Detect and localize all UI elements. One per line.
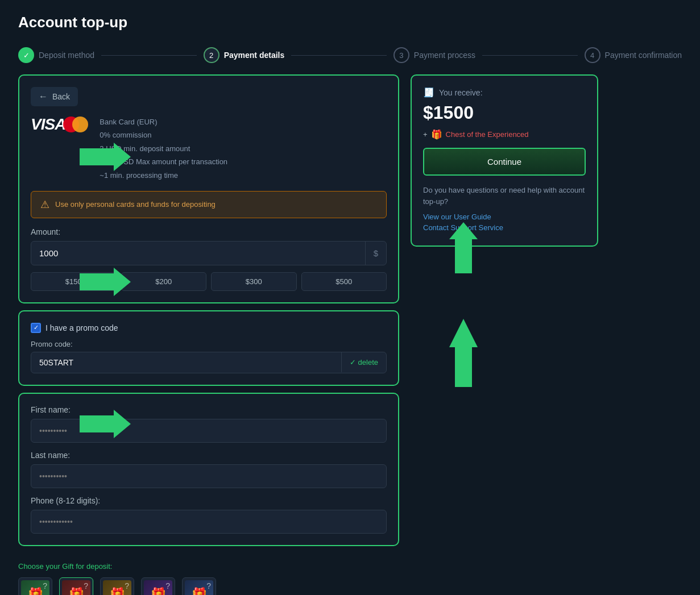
max-amount-text: 1095 USD Max amount per transaction	[100, 155, 227, 168]
commission-text: 0% commission	[100, 128, 227, 142]
back-label: Back	[52, 92, 70, 101]
amount-input[interactable]	[31, 242, 365, 265]
promo-label: I have a promo code	[45, 323, 118, 332]
gift-item-3[interactable]: 🎁?	[100, 577, 134, 595]
gift-icon-gold: 🎁?	[103, 580, 131, 595]
step-2-circle: 2	[204, 47, 219, 63]
method-name: Bank Card (EUR)	[100, 115, 227, 128]
continue-button[interactable]: Continue	[423, 148, 586, 176]
first-name-input[interactable]	[31, 419, 387, 443]
delete-promo-button[interactable]: ✓ delete	[341, 352, 386, 372]
gift-section: Choose your Gift for deposit: 🎁? 🎁?	[18, 553, 399, 595]
support-link[interactable]: Contact Support Service	[423, 223, 586, 232]
bonus-prefix: +	[423, 130, 428, 139]
bonus-name: Chest of the Experienced	[446, 130, 529, 139]
right-panel: 🧾 You receive: $1500 + 🎁 Chest of the Ex…	[411, 74, 598, 247]
gift-icon-purple: 🎁?	[144, 580, 172, 595]
gift-icon-red: 🎁?	[62, 580, 90, 595]
step-1: ✓ Deposit method	[18, 47, 94, 63]
card-logos: VISA	[31, 115, 88, 134]
amount-input-row: $	[31, 241, 387, 265]
preset-500[interactable]: $500	[301, 272, 387, 291]
gift-icon-green: 🎁?	[21, 580, 49, 595]
preset-200[interactable]: $200	[121, 272, 207, 291]
gift-items: 🎁? 🎁? 🎁? 🎁?	[18, 577, 399, 595]
min-deposit-text: 2 USD min. deposit amount	[100, 142, 227, 155]
step-2: 2 Payment details	[204, 47, 285, 63]
first-name-label: First name:	[31, 405, 387, 414]
help-text: Do you have questions or need help with …	[423, 185, 586, 207]
processing-text: ~1 min. processing time	[100, 169, 227, 182]
promo-header: ✓ I have a promo code	[31, 323, 387, 333]
last-name-label: Last name:	[31, 451, 387, 460]
mastercard-logo	[63, 116, 88, 132]
warning-icon: ⚠	[40, 198, 49, 211]
last-name-field: Last name:	[31, 451, 387, 488]
gift-item-1[interactable]: 🎁?	[18, 577, 52, 595]
step-line-3	[482, 55, 578, 56]
payment-text-block: Bank Card (EUR) 0% commission 2 USD min.…	[100, 115, 227, 182]
gift-choose-label: Choose your Gift for deposit:	[18, 562, 399, 571]
page-header: Account top-up	[0, 0, 700, 40]
bonus-row: + 🎁 Chest of the Experienced	[423, 129, 586, 140]
amount-field: Amount: $ $150 $200 $300 $500	[31, 227, 387, 291]
step-4: 4 Payment confirmation	[585, 47, 682, 63]
promo-input-row: ✓ delete	[31, 352, 387, 373]
step-3: 3 Payment process	[394, 47, 475, 63]
promo-input[interactable]	[31, 352, 341, 373]
preset-300[interactable]: $300	[211, 272, 297, 291]
payment-card-section: ← Back VISA Bank Card (EUR) 0% commissio…	[18, 74, 399, 303]
user-guide-link[interactable]: View our User Guide	[423, 213, 586, 221]
back-arrow-icon: ←	[39, 91, 48, 102]
back-button[interactable]: ← Back	[31, 87, 78, 106]
main-content: ← Back VISA Bank Card (EUR) 0% commissio…	[0, 74, 700, 595]
step-4-circle: 4	[585, 47, 600, 63]
step-line-2	[291, 55, 387, 56]
step-1-circle: ✓	[18, 47, 34, 63]
first-name-field: First name:	[31, 405, 387, 443]
phone-field: Phone (8-12 digits):	[31, 496, 387, 534]
mc-right-circle	[72, 116, 88, 132]
receipt-icon: 🧾	[423, 87, 434, 98]
promo-section: ✓ I have a promo code Promo code: ✓ dele…	[18, 310, 399, 386]
warning-text: Use only personal cards and funds for de…	[55, 200, 216, 209]
gift-item-4[interactable]: 🎁?	[141, 577, 175, 595]
amount-label: Amount:	[31, 227, 387, 236]
receive-amount: $1500	[423, 102, 586, 123]
preset-amounts: $150 $200 $300 $500	[31, 272, 387, 291]
receive-label: 🧾 You receive:	[423, 87, 586, 98]
personal-info-section: First name: Last name: Phone (8-12 digit…	[18, 393, 399, 546]
step-2-label: Payment details	[224, 51, 285, 60]
warning-box: ⚠ Use only personal cards and funds for …	[31, 191, 387, 218]
payment-info: VISA Bank Card (EUR) 0% commission 2 USD…	[31, 115, 387, 182]
last-name-input[interactable]	[31, 464, 387, 488]
step-1-label: Deposit method	[39, 51, 94, 60]
arrow-up-2	[449, 319, 478, 389]
step-4-label: Payment confirmation	[605, 51, 682, 60]
page-title: Account top-up	[18, 14, 682, 31]
step-line-1	[101, 55, 197, 56]
stepper: ✓ Deposit method 2 Payment details 3 Pay…	[0, 40, 700, 74]
promo-checkbox[interactable]: ✓	[31, 323, 41, 333]
step-3-circle: 3	[394, 47, 409, 63]
step-3-label: Payment process	[414, 51, 475, 60]
phone-input[interactable]	[31, 510, 387, 534]
promo-code-label: Promo code:	[31, 340, 387, 348]
phone-label: Phone (8-12 digits):	[31, 496, 387, 505]
currency-symbol: $	[365, 242, 386, 265]
preset-150[interactable]: $150	[31, 272, 117, 291]
svg-marker-4	[449, 319, 478, 387]
gift-item-2[interactable]: 🎁?	[59, 577, 93, 595]
gift-item-5[interactable]: 🎁?	[182, 577, 216, 595]
visa-logo: VISA	[31, 115, 65, 134]
left-panel: ← Back VISA Bank Card (EUR) 0% commissio…	[18, 74, 399, 595]
gift-icon-blue: 🎁?	[185, 580, 213, 595]
bonus-chest-icon: 🎁	[431, 129, 442, 140]
